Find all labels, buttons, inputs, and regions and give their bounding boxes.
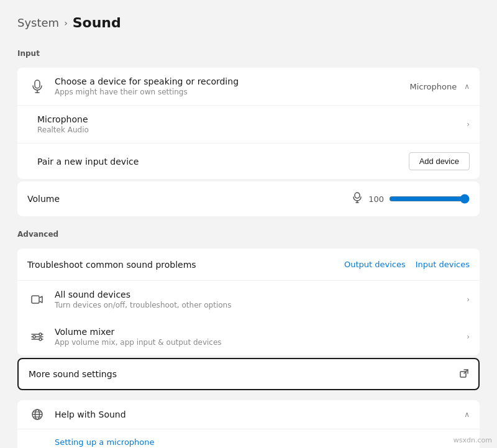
choose-device-subtitle: Apps might have their own settings xyxy=(55,88,410,96)
input-card: Choose a device for speaking or recordin… xyxy=(17,68,480,179)
help-title: Help with Sound xyxy=(55,409,464,419)
svg-rect-3 xyxy=(355,193,360,198)
volume-mixer-icon xyxy=(27,331,47,342)
volume-row: Volume 100 xyxy=(17,181,480,216)
external-link-icon xyxy=(460,369,468,380)
advanced-section: Troubleshoot common sound problems Outpu… xyxy=(17,249,480,355)
microphone-title: Microphone xyxy=(37,114,467,124)
help-header[interactable]: Help with Sound ∧ xyxy=(17,400,480,429)
volume-label: Volume xyxy=(27,194,353,204)
pair-device-title: Pair a new input device xyxy=(37,157,409,167)
svg-rect-0 xyxy=(35,80,40,88)
volume-mixer-subtitle: App volume mix, app input & output devic… xyxy=(55,338,467,347)
advanced-section-label: Advanced xyxy=(17,226,480,244)
help-section: Help with Sound ∧ Setting up a microphon… xyxy=(17,400,480,448)
selected-device-label: Microphone xyxy=(410,82,457,91)
volume-number: 100 xyxy=(367,194,384,204)
volume-mixer-row[interactable]: Volume mixer App volume mix, app input &… xyxy=(17,318,480,355)
add-device-button[interactable]: Add device xyxy=(409,152,470,170)
microphone-icon xyxy=(27,80,47,93)
input-section-label: Input xyxy=(17,45,480,63)
choose-device-row[interactable]: Choose a device for speaking or recordin… xyxy=(17,68,480,106)
svg-rect-6 xyxy=(32,296,39,303)
more-sound-settings-label: More sound settings xyxy=(29,369,460,379)
troubleshoot-row: Troubleshoot common sound problems Outpu… xyxy=(17,249,480,281)
help-chevron-icon: ∧ xyxy=(464,410,470,419)
setup-microphone-link[interactable]: Setting up a microphone xyxy=(55,437,155,447)
chevron-right-icon: › xyxy=(467,120,470,129)
volume-mixer-card: Volume mixer App volume mix, app input &… xyxy=(17,318,480,355)
troubleshoot-title: Troubleshoot common sound problems xyxy=(27,260,344,270)
volume-slider[interactable] xyxy=(389,194,470,204)
troubleshoot-links: Output devices Input devices xyxy=(344,260,470,269)
globe-icon xyxy=(27,409,47,420)
all-sound-devices-subtitle: Turn devices on/off, troubleshoot, other… xyxy=(55,301,467,309)
chevron-up-icon: ∧ xyxy=(464,82,470,91)
choose-device-right: Microphone ∧ xyxy=(410,82,470,91)
all-sound-devices-content: All sound devices Turn devices on/off, t… xyxy=(55,290,467,309)
microphone-row[interactable]: Microphone Realtek Audio › xyxy=(17,106,480,144)
all-sound-devices-title: All sound devices xyxy=(55,290,467,299)
breadcrumb: System › Sound xyxy=(17,15,480,30)
all-sound-devices-right: › xyxy=(467,295,470,304)
microphone-subtitle: Realtek Audio xyxy=(37,126,467,134)
pair-device-row: Pair a new input device Add device xyxy=(17,144,480,179)
choose-device-content: Choose a device for speaking or recordin… xyxy=(55,76,410,96)
volume-mixer-content: Volume mixer App volume mix, app input &… xyxy=(55,327,467,347)
volume-mixer-right: › xyxy=(467,332,470,341)
input-devices-link[interactable]: Input devices xyxy=(416,260,470,269)
watermark: wsxdn.com xyxy=(454,436,492,444)
breadcrumb-system[interactable]: System xyxy=(17,16,59,29)
volume-mixer-chevron-icon: › xyxy=(467,332,470,341)
breadcrumb-current: Sound xyxy=(73,15,121,30)
volume-controls: 100 xyxy=(353,192,470,206)
pair-device-content: Pair a new input device xyxy=(37,157,409,167)
all-sound-devices-icon xyxy=(27,293,47,306)
pair-device-right: Add device xyxy=(409,152,470,170)
volume-mixer-title: Volume mixer xyxy=(55,327,467,337)
all-sound-devices-row[interactable]: All sound devices Turn devices on/off, t… xyxy=(17,281,480,318)
all-sound-chevron-icon: › xyxy=(467,295,470,304)
volume-mic-icon xyxy=(353,192,362,206)
breadcrumb-chevron: › xyxy=(64,18,68,28)
help-body: Setting up a microphone xyxy=(17,429,480,448)
microphone-content: Microphone Realtek Audio xyxy=(37,114,467,134)
choose-device-title: Choose a device for speaking or recordin… xyxy=(55,76,410,86)
more-sound-settings-row[interactable]: More sound settings xyxy=(17,358,480,390)
more-sound-settings-wrapper: More sound settings xyxy=(17,358,480,390)
output-devices-link[interactable]: Output devices xyxy=(344,260,406,269)
all-sound-devices-card: All sound devices Turn devices on/off, t… xyxy=(17,281,480,318)
microphone-row-right: › xyxy=(467,120,470,129)
